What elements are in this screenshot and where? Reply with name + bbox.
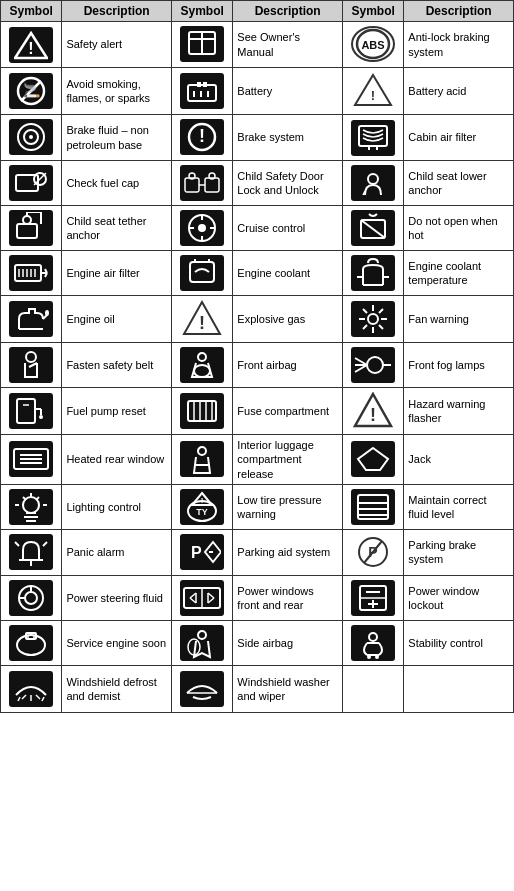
svg-line-136 [208, 593, 214, 598]
svg-point-153 [367, 655, 371, 659]
table-row: Engine oil!Explosive gasFan warning [1, 296, 514, 343]
desc-col1: Safety alert [62, 22, 172, 68]
desc-col3: Child seat lower anchor [404, 161, 514, 206]
svg-text:!: ! [29, 40, 34, 57]
desc-col1: Lighting control [62, 484, 172, 529]
symbol-col1 [1, 161, 62, 206]
desc-col2: Engine coolant [233, 251, 343, 296]
desc-col3: Anti-lock braking system [404, 22, 514, 68]
svg-point-154 [375, 655, 379, 659]
symbol-col3: ! [342, 68, 403, 115]
table-row: Lighting controlTY!Low tire pressure war… [1, 484, 514, 529]
desc-col3: Battery acid [404, 68, 514, 115]
desc-col3: Engine coolant temperature [404, 251, 514, 296]
symbol-col3 [342, 575, 403, 620]
desc-col2: Power windows front and rear [233, 575, 343, 620]
svg-rect-27 [185, 178, 199, 192]
desc-col1: Heated rear window [62, 435, 172, 485]
desc-col1: Power steering fluid [62, 575, 172, 620]
symbol-col3 [342, 296, 403, 343]
symbol-col1 [1, 435, 62, 485]
svg-rect-55 [190, 262, 214, 282]
header-desc3: Description [404, 1, 514, 22]
desc-col2: Interior luggage compartment release [233, 435, 343, 485]
symbol-col3: P [342, 529, 403, 575]
table-row: 🚬Avoid smoking, flames, or sparksBattery… [1, 68, 514, 115]
svg-line-71 [363, 325, 367, 329]
symbol-col1 [1, 529, 62, 575]
symbol-col2 [171, 343, 232, 388]
svg-text:!: ! [199, 313, 205, 333]
svg-point-79 [367, 357, 383, 373]
symbol-col2 [171, 251, 232, 296]
desc-col2: See Owner's Manual [233, 22, 343, 68]
desc-col2: Side airbag [233, 620, 343, 665]
symbol-col1 [1, 575, 62, 620]
symbol-col2 [171, 620, 232, 665]
svg-line-120 [43, 542, 47, 546]
desc-col2: Front airbag [233, 343, 343, 388]
table-row: Engine air filterEngine coolantEngine co… [1, 251, 514, 296]
desc-col3: Maintain correct fluid level [404, 484, 514, 529]
svg-line-135 [190, 598, 196, 603]
svg-text:TY: TY [196, 507, 208, 517]
symbol-col3 [342, 161, 403, 206]
symbol-col3 [342, 620, 403, 665]
desc-col1: Engine air filter [62, 251, 172, 296]
symbol-col3 [342, 435, 403, 485]
desc-col3: Front fog lamps [404, 343, 514, 388]
table-row: Power steering fluidPower windows front … [1, 575, 514, 620]
desc-col3: Fan warning [404, 296, 514, 343]
svg-point-150 [369, 633, 377, 641]
symbol-col1: 🚬 [1, 68, 62, 115]
table-row: Heated rear windowInterior luggage compa… [1, 435, 514, 485]
svg-text:🚬: 🚬 [23, 82, 41, 99]
symbol-col1 [1, 251, 62, 296]
svg-text:ABS: ABS [362, 39, 385, 51]
svg-point-84 [39, 415, 43, 419]
svg-text:!: ! [199, 126, 205, 146]
symbol-col2 [171, 575, 232, 620]
table-row: Panic alarmPParking aid systemPParking b… [1, 529, 514, 575]
svg-rect-81 [17, 399, 35, 423]
symbol-col2: P [171, 529, 232, 575]
desc-col3: Parking brake system [404, 529, 514, 575]
header-sym3: Symbol [342, 1, 403, 22]
svg-rect-12 [203, 82, 207, 87]
desc-col1: Brake fluid – non petroleum base [62, 115, 172, 161]
desc-col1: Windshield defrost and demist [62, 665, 172, 712]
header-desc1: Description [62, 1, 172, 22]
desc-col1: Avoid smoking, flames, or sparks [62, 68, 172, 115]
svg-rect-29 [205, 178, 219, 192]
svg-line-73 [29, 363, 37, 367]
symbol-col3 [342, 665, 403, 712]
svg-line-133 [190, 593, 196, 598]
symbol-col3 [342, 115, 403, 161]
header-sym1: Symbol [1, 1, 62, 22]
symbol-col2 [171, 206, 232, 251]
svg-point-39 [198, 224, 206, 232]
svg-point-72 [26, 352, 36, 362]
table-row: Windshield defrost and demistWindshield … [1, 665, 514, 712]
symbol-col2 [171, 435, 232, 485]
desc-col2: Cruise control [233, 206, 343, 251]
symbol-col1 [1, 388, 62, 435]
desc-col1: Check fuel cap [62, 161, 172, 206]
svg-line-76 [355, 358, 367, 365]
svg-text:!: ! [370, 405, 376, 425]
svg-line-155 [22, 695, 26, 699]
svg-point-75 [194, 365, 210, 377]
desc-col1: Panic alarm [62, 529, 172, 575]
table-row: Service engine soonSide airbagStability … [1, 620, 514, 665]
symbol-col3 [342, 484, 403, 529]
svg-line-119 [15, 542, 19, 546]
desc-col3: Power window lockout [404, 575, 514, 620]
desc-col1: Service engine soon [62, 620, 172, 665]
svg-line-158 [18, 697, 20, 701]
svg-point-60 [45, 310, 49, 316]
desc-col1: Engine oil [62, 296, 172, 343]
desc-col2: Low tire pressure warning [233, 484, 343, 529]
header-desc2: Description [233, 1, 343, 22]
desc-col2: Brake system [233, 115, 343, 161]
svg-marker-99 [358, 448, 388, 470]
